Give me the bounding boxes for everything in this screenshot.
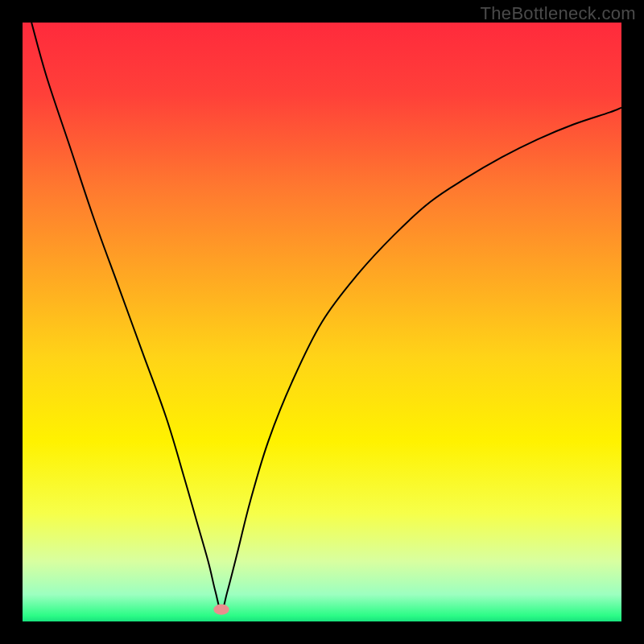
chart-frame: TheBottleneck.com — [0, 0, 644, 644]
optimal-marker — [213, 604, 229, 614]
plot-area — [23, 23, 621, 621]
chart-svg — [23, 23, 621, 621]
watermark-text: TheBottleneck.com — [481, 3, 636, 24]
